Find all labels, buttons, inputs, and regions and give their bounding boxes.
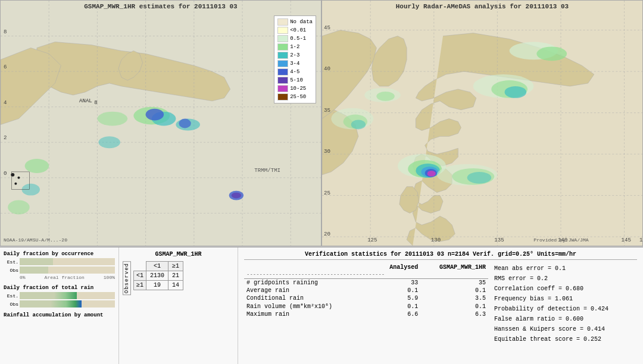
legend-2-3: 2-3 (277, 51, 313, 59)
svg-text:8: 8 (94, 99, 97, 106)
label-avg-rain: Average rain (244, 287, 379, 294)
sep-line: ----------------------------------------… (244, 271, 488, 279)
svg-text:15: 15 (639, 237, 642, 243)
legend-4-5: 4-5 (277, 68, 313, 76)
svg-text:20: 20 (324, 231, 330, 237)
svg-point-27 (25, 159, 49, 173)
maps-section: GSMAP_MWR_1HR estimates for 20111013 03 (0, 0, 643, 247)
cell-c: 19 (146, 281, 168, 290)
svg-text:6: 6 (4, 64, 7, 70)
rain-obs-bar-row: Obs (4, 300, 115, 307)
verification-panel: Verification statistics for 20111013 03 … (238, 247, 643, 364)
right-map-title: Hourly Radar-AMeDAS analysis for 2011101… (322, 3, 642, 10)
est-bar-container (20, 258, 115, 265)
row-gridpoints: # gridpoints raining 33 35 (244, 279, 488, 287)
svg-text:145: 145 (621, 237, 630, 243)
est-bar-row: Est. (4, 258, 115, 265)
cell-b: 21 (168, 271, 183, 281)
est-bar-fill (20, 258, 53, 265)
val-gridpoints-gsmap: 35 (425, 279, 488, 287)
cell-d: 14 (168, 281, 183, 290)
legend-05-1: 0.5-1 (277, 34, 313, 43)
row-rain-volume: Rain volume (mm*km²x10⁶) 0.1 0.1 (244, 302, 488, 310)
left-stats-panel: Daily fraction by occurrence Est. Obs 0% (0, 247, 119, 364)
contingency-title: GSMAP_MWR_1HR (123, 251, 234, 258)
legend-5-10: 5-10 (277, 76, 313, 84)
svg-point-30 (97, 112, 127, 126)
svg-point-24 (179, 119, 191, 128)
svg-point-34 (17, 177, 20, 179)
stat-corr: Correlation coeff = 0.680 (494, 284, 637, 294)
rain-obs-container (20, 300, 115, 307)
stat-rms: RMS error = 0.2 (494, 274, 637, 284)
right-map-svg: 45 40 35 30 25 20 125 130 135 140 145 15 (322, 1, 642, 246)
val-cond-analysed: 5.9 (379, 294, 426, 302)
obs-bar-row: Obs (4, 266, 115, 274)
svg-point-77 (467, 172, 492, 184)
val-volume-analysed: 0.1 (379, 302, 426, 310)
val-volume-gsmap: 0.1 (425, 302, 488, 310)
obs-bar-container (20, 266, 115, 274)
svg-point-68 (505, 86, 527, 98)
observed-label: Observed (123, 261, 131, 295)
rain-chart-title: Daily fraction of total rain (4, 285, 115, 291)
label-max-rain: Maximum rain (244, 310, 379, 318)
rain-est-label: Est. (4, 293, 18, 299)
val-avg-analysed: 0.1 (379, 287, 426, 294)
stat-hanssen: Hanssen & Kuipers score = 0.414 (494, 324, 637, 334)
label-rain-volume: Rain volume (mm*km²x10⁶) (244, 302, 379, 310)
val-max-gsmap: 6.3 (425, 310, 488, 318)
obs-label: Obs (4, 268, 18, 273)
legend-001: <0.01 (277, 26, 313, 34)
label-cond-rain: Conditional rain (244, 294, 379, 302)
contingency-panel: GSMAP_MWR_1HR Observed <1 ≥1 <1 2 (119, 247, 238, 364)
row-avg-rain: Average rain 0.1 0.1 (244, 287, 488, 294)
svg-text:Provided by:JWA/JMA: Provided by:JWA/JMA (533, 237, 589, 243)
stat-mean-abs: Mean abs error = 0.1 (494, 263, 637, 274)
rain-est-container (20, 292, 115, 299)
right-map-panel: Hourly Radar-AMeDAS analysis for 2011101… (322, 0, 643, 246)
row-header-ge1: ≥1 (134, 281, 146, 290)
svg-point-29 (8, 200, 30, 215)
stat-ets: Equitable threat score = 0.252 (494, 334, 637, 344)
svg-text:ANAL: ANAL (79, 98, 92, 104)
svg-point-79 (376, 92, 394, 101)
svg-text:35: 35 (324, 107, 330, 114)
svg-text:NOAA-19/AMSU-A/M...-20: NOAA-19/AMSU-A/M...-20 (4, 237, 67, 243)
svg-text:2: 2 (4, 134, 7, 141)
stat-freq-bias: Frequency bias = 1.061 (494, 294, 637, 304)
legend-25-50: 25-50 (277, 93, 313, 101)
svg-point-33 (11, 173, 14, 177)
svg-text:130: 130 (431, 237, 441, 243)
val-gridpoints-analysed: 33 (379, 279, 426, 287)
verif-table: Analysed GSMAP_MWR_1HR -----------------… (244, 263, 488, 318)
extra-stats-container: Mean abs error = 0.1 RMS error = 0.2 Cor… (494, 263, 637, 344)
val-cond-gsmap: 3.5 (425, 294, 488, 302)
est-label: Est. (4, 259, 18, 265)
svg-text:4: 4 (4, 99, 7, 106)
legend-3-4: 3-4 (277, 59, 313, 68)
rain-est-bar-row: Est. (4, 292, 115, 299)
legend-nodata: No data (277, 18, 313, 26)
col-header-lt1: <1 (146, 262, 168, 271)
rain-obs-label: Obs (4, 302, 18, 307)
svg-point-22 (146, 109, 164, 121)
svg-point-26 (232, 193, 241, 199)
label-gridpoints: # gridpoints raining (244, 279, 379, 287)
stat-far: False alarm ratio = 0.600 (494, 314, 637, 324)
col-empty (244, 263, 379, 271)
row-max-rain: Maximum rain 6.6 6.3 (244, 310, 488, 318)
rain-chart: Est. Obs (4, 292, 115, 307)
svg-point-82 (351, 120, 366, 130)
svg-point-31 (98, 136, 120, 148)
svg-point-65 (536, 46, 567, 61)
svg-text:0: 0 (4, 170, 7, 177)
verif-main-table-container: Analysed GSMAP_MWR_1HR -----------------… (244, 263, 488, 344)
color-legend: No data <0.01 0.5-1 1-2 2-3 (274, 15, 316, 103)
col-header-ge1: ≥1 (168, 262, 183, 271)
svg-text:8: 8 (4, 29, 7, 35)
svg-text:135: 135 (494, 237, 504, 243)
svg-text:30: 30 (324, 148, 330, 155)
legend-1-2: 1-2 (277, 43, 313, 51)
left-map-title: GSMAP_MWR_1HR estimates for 20111013 03 (1, 3, 321, 10)
